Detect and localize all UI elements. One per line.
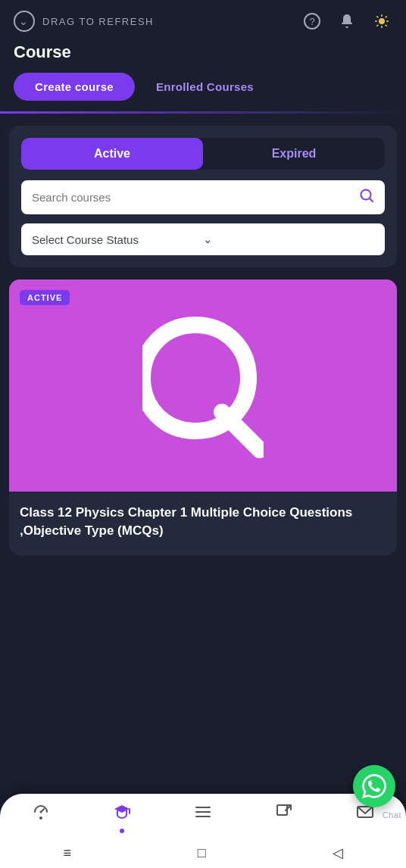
system-menu-icon[interactable]: ≡: [63, 845, 71, 861]
course-card-image: ACTIVE: [9, 279, 397, 492]
filter-section: Active Expired Select Course Status ⌄: [9, 126, 397, 267]
refresh-icon[interactable]: ⌄: [14, 11, 35, 32]
whatsapp-icon: [362, 774, 386, 798]
svg-line-12: [370, 198, 373, 201]
tab-create-course[interactable]: Create course: [14, 73, 135, 101]
top-bar: ⌄ DRAG TO REFRESH ?: [0, 0, 406, 38]
course-logo: [142, 310, 264, 461]
nav-item-external[interactable]: [275, 803, 293, 833]
svg-text:?: ?: [309, 16, 314, 27]
course-card[interactable]: ACTIVE Class 12 Physics Chapter 1 Multip…: [9, 279, 397, 555]
tab-enrolled-courses[interactable]: Enrolled Courses: [135, 73, 275, 101]
nav-item-courses[interactable]: [113, 803, 131, 833]
svg-point-16: [39, 811, 42, 813]
status-toggle: Active Expired: [21, 138, 385, 170]
chevron-down-icon: ⌄: [203, 233, 374, 246]
drag-refresh[interactable]: ⌄ DRAG TO REFRESH: [14, 11, 154, 32]
svg-line-8: [386, 25, 387, 27]
course-active-badge: ACTIVE: [20, 290, 70, 305]
select-placeholder: Select Course Status: [32, 233, 203, 246]
chat-label: Chat: [383, 810, 401, 820]
search-icon: [359, 188, 374, 207]
system-nav: ≡ □ ◁: [0, 838, 406, 868]
dashboard-icon: [32, 803, 50, 826]
bottom-nav: [0, 794, 406, 838]
toggle-active[interactable]: Active: [21, 138, 203, 170]
svg-line-7: [376, 16, 378, 17]
theme-icon[interactable]: [371, 11, 392, 32]
drag-label: DRAG TO REFRESH: [42, 16, 154, 27]
svg-point-2: [379, 18, 385, 24]
page-title: Course: [0, 38, 406, 73]
search-input[interactable]: [32, 191, 353, 204]
toggle-expired[interactable]: Expired: [203, 138, 385, 170]
whatsapp-button[interactable]: [353, 765, 395, 807]
system-home-icon[interactable]: □: [198, 845, 206, 861]
graduation-cap-icon: [113, 803, 131, 826]
nav-divider: [0, 111, 406, 114]
svg-line-10: [376, 25, 378, 27]
course-status-select[interactable]: Select Course Status ⌄: [21, 223, 385, 255]
nav-item-menu[interactable]: [194, 803, 212, 833]
search-bar[interactable]: [21, 180, 385, 214]
svg-line-9: [386, 16, 387, 17]
nav-item-mail[interactable]: [356, 803, 374, 833]
top-icons: ?: [301, 11, 392, 32]
nav-dot-courses: [120, 829, 124, 833]
help-icon[interactable]: ?: [301, 11, 323, 32]
nav-item-dashboard[interactable]: [32, 803, 50, 833]
external-link-icon: [275, 803, 293, 826]
bell-icon[interactable]: [336, 11, 358, 32]
nav-tabs: Create course Enrolled Courses: [0, 73, 406, 101]
course-card-title: Class 12 Physics Chapter 1 Multiple Choi…: [9, 492, 397, 555]
system-back-icon[interactable]: ◁: [333, 845, 343, 861]
menu-icon: [194, 803, 212, 826]
svg-point-14: [39, 816, 42, 820]
